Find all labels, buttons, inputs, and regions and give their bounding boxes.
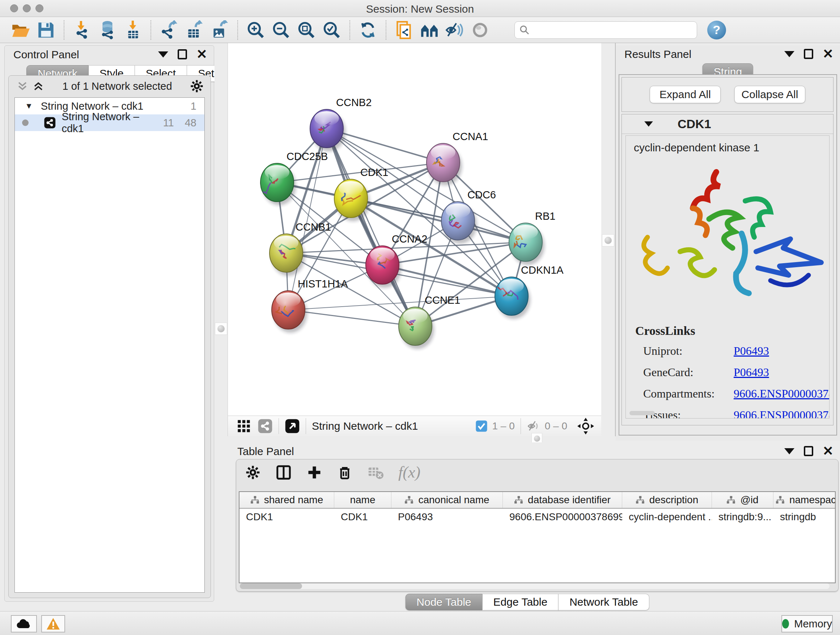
column-header-canonical-name[interactable]: canonical name	[392, 492, 503, 508]
network-node-CDKN1A[interactable]: CDKN1A	[495, 264, 564, 319]
left-pane-splitter[interactable]	[215, 43, 228, 436]
table-cell[interactable]: CDK1	[334, 509, 392, 525]
open-session-button[interactable]	[11, 20, 31, 40]
table-row[interactable]: CDK1CDK1P064939606.ENSP00000378699cyclin…	[240, 509, 835, 525]
search-field[interactable]	[515, 21, 697, 39]
results-panel-close-icon[interactable]: ✕	[823, 49, 834, 59]
splitter-handle[interactable]	[602, 234, 614, 247]
table-cell[interactable]: stringdb	[774, 509, 836, 525]
table-cell[interactable]: cyclin-dependent ...	[622, 509, 712, 525]
first-neighbors-button[interactable]	[419, 20, 439, 40]
export-image-button[interactable]	[210, 20, 230, 40]
column-header-shared-name[interactable]: shared name	[240, 492, 334, 508]
entry-collapse-icon[interactable]	[644, 121, 653, 126]
network-canvas[interactable]: CCNB2CCNA1CDC25BCDK1CDC6RB1CCNB1CCNA2CDK…	[228, 43, 601, 416]
collection-label: String Network – cdk1	[41, 100, 144, 112]
network-edge-HIST1H1A-CCNE1[interactable]	[288, 310, 415, 326]
show-columns-icon[interactable]	[275, 464, 292, 481]
expand-all-icon[interactable]	[32, 80, 45, 92]
table-cell[interactable]: 9606.ENSP00000378699	[503, 509, 622, 525]
node-label-CCNA1: CCNA1	[453, 131, 488, 142]
refresh-button[interactable]	[358, 20, 378, 40]
table-cell[interactable]: stringdb:9...	[712, 509, 774, 525]
help-button[interactable]: ?	[707, 21, 726, 40]
crosslink-link[interactable]: 9606.ENSP00000378699	[734, 387, 829, 401]
zoom-out-button[interactable]	[271, 20, 291, 40]
results-scrollbar-thumb[interactable]	[630, 411, 655, 415]
tab-network-table[interactable]: Network Table	[559, 594, 649, 610]
import-database-button[interactable]	[97, 20, 118, 40]
crosslink-link[interactable]: 9606.ENSP00000378699	[734, 409, 829, 418]
selected-checkbox-icon[interactable]	[475, 420, 488, 432]
show-all-button[interactable]	[470, 20, 490, 40]
table-panel-float-icon[interactable]	[804, 446, 813, 456]
table-panel-menu-icon[interactable]	[784, 448, 794, 454]
column-tree-icon	[636, 496, 645, 504]
tab-edge-table[interactable]: Edge Table	[483, 594, 559, 610]
right-pane-splitter[interactable]	[601, 43, 616, 436]
table-scrollbar-track[interactable]	[240, 583, 829, 589]
add-column-icon[interactable]	[306, 464, 322, 480]
export-network-button[interactable]	[159, 20, 179, 40]
network-node-CCNA1[interactable]: CCNA1	[426, 131, 488, 185]
memory-button[interactable]: Memory	[782, 615, 833, 632]
gear-icon[interactable]	[189, 79, 204, 93]
splitter-handle[interactable]	[215, 323, 227, 335]
column-header-name[interactable]: name	[334, 492, 392, 508]
save-session-button[interactable]	[36, 20, 56, 40]
table-cell[interactable]: CDK1	[240, 509, 334, 525]
control-panel-close-icon[interactable]: ✕	[196, 49, 207, 59]
network-node-CDC6[interactable]: CDC6	[441, 189, 496, 244]
control-panel-menu-icon[interactable]	[158, 51, 168, 57]
zoom-selected-icon	[322, 20, 341, 40]
table-scrollbar-thumb[interactable]	[240, 583, 302, 589]
copy-style-button[interactable]	[394, 20, 414, 40]
network-node-CCNA2[interactable]: CCNA2	[366, 233, 427, 288]
expand-all-button[interactable]: Expand All	[650, 86, 721, 103]
network-edge-CDK1-RB1[interactable]	[351, 198, 526, 242]
column-header-description[interactable]: description	[622, 492, 712, 508]
hide-selected-button[interactable]	[445, 20, 465, 40]
network-selection-status: 1 of 1 Network selected	[45, 80, 189, 92]
table-gear-icon[interactable]	[245, 464, 261, 480]
crosslink-link[interactable]: P06493	[734, 366, 769, 379]
main-toolbar: ?	[0, 17, 840, 43]
results-panel-float-icon[interactable]	[804, 49, 813, 59]
zoom-fit-button[interactable]	[296, 20, 317, 40]
export-table-button[interactable]	[184, 20, 204, 40]
network-node-HIST1H1A[interactable]: HIST1H1A	[272, 278, 348, 333]
tab-node-table[interactable]: Node Table	[405, 594, 482, 610]
column-header-namespac[interactable]: namespac	[774, 492, 836, 508]
title-bar: Session: New Session	[0, 0, 840, 17]
search-input[interactable]	[530, 24, 685, 36]
zoom-selected-button[interactable]	[322, 20, 342, 40]
delete-column-icon[interactable]	[337, 464, 353, 480]
search-icon	[519, 25, 530, 35]
network-node-CCNB2[interactable]: CCNB2	[310, 97, 371, 151]
zoom-in-button[interactable]	[246, 20, 266, 40]
grid-view-icon[interactable]	[237, 419, 251, 433]
column-header-@id[interactable]: @id	[712, 492, 774, 508]
string-view-icon[interactable]	[257, 418, 273, 434]
network-edge-CCNB2-CCNE1[interactable]	[327, 128, 415, 326]
warning-button[interactable]	[41, 615, 65, 632]
network-node-RB1[interactable]: RB1	[509, 211, 555, 265]
network-view-toolbar: String Network – cdk1 1 – 0 0 – 0	[228, 416, 601, 436]
table-cell[interactable]: P06493	[392, 509, 503, 525]
collapse-all-button[interactable]: Collapse All	[734, 86, 805, 103]
collapse-all-icon[interactable]	[16, 80, 29, 92]
network-row[interactable]: String Network – cdk1 11 48	[15, 114, 204, 131]
open-in-window-icon[interactable]	[285, 418, 300, 434]
network-node-CCNB1[interactable]: CCNB1	[270, 221, 331, 276]
import-table-button[interactable]	[123, 20, 143, 40]
birds-eye-view-icon[interactable]	[577, 418, 594, 434]
crosslink-link[interactable]: P06493	[734, 344, 769, 358]
column-header-database-identifier[interactable]: database identifier	[503, 492, 622, 508]
import-network-button[interactable]	[72, 20, 92, 40]
control-panel-float-icon[interactable]	[178, 49, 187, 59]
results-panel-menu-icon[interactable]	[784, 51, 794, 57]
toolbar-separator	[386, 20, 386, 40]
cloud-status-button[interactable]	[11, 615, 37, 632]
collection-expand-icon[interactable]: ▼	[25, 101, 33, 111]
table-panel-close-icon[interactable]: ✕	[823, 446, 834, 456]
